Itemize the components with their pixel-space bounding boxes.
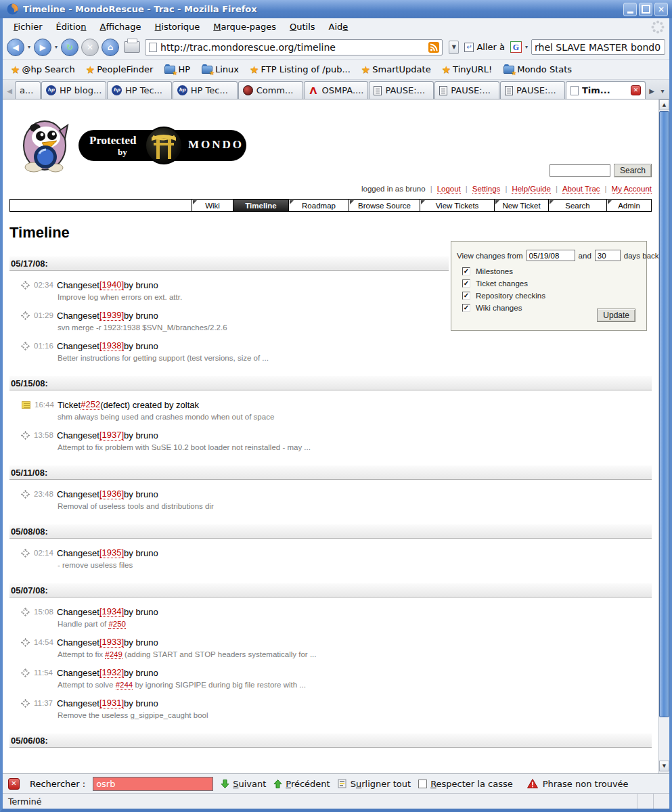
find-next-button[interactable]: Suivant xyxy=(221,779,266,789)
browser-tab[interactable]: PAUSE:... xyxy=(369,81,434,99)
mainnav-tab-view-tickets[interactable]: View Tickets xyxy=(420,200,494,211)
mainnav-tab-browse-source[interactable]: Browse Source xyxy=(349,200,420,211)
print-button[interactable] xyxy=(124,41,140,53)
match-case-checkbox[interactable]: Respecter la casse xyxy=(418,779,513,789)
checkbox-icon[interactable]: ✓ xyxy=(462,267,470,275)
scroll-down-button[interactable]: ▼ xyxy=(659,761,669,771)
metanav-link-my-account[interactable]: My Account xyxy=(612,185,652,194)
browser-tab[interactable]: PAUSE:... xyxy=(434,81,499,99)
bookmark-peoplefinder[interactable]: ★PeopleFinder xyxy=(86,64,154,76)
filter-from-input[interactable] xyxy=(527,250,575,261)
filter-days-input[interactable] xyxy=(595,250,621,261)
changeset-link[interactable]: [1934] xyxy=(99,606,124,617)
checkbox-icon[interactable]: ✓ xyxy=(462,292,470,300)
back-button[interactable]: ◀ xyxy=(7,39,24,56)
forward-history-dropdown[interactable]: ▾ xyxy=(54,44,58,50)
changeset-link[interactable]: [1938] xyxy=(99,340,124,351)
bookmark-linux[interactable]: Linux xyxy=(201,64,239,74)
changeset-link[interactable]: [1940] xyxy=(99,279,124,290)
stop-button[interactable]: ✕ xyxy=(81,39,99,56)
tab-close-button[interactable]: ✕ xyxy=(631,85,641,95)
reload-button[interactable]: ↻ xyxy=(61,39,79,56)
menu-marque-pages[interactable]: Marque-pages xyxy=(206,20,283,34)
menu-fichier[interactable]: Fichier xyxy=(7,20,49,34)
menu-outils[interactable]: Outils xyxy=(283,20,322,34)
bookmark-mondo-stats[interactable]: Mondo Stats xyxy=(503,64,572,74)
web-search-input[interactable] xyxy=(531,39,665,55)
protected-by-mondo-banner[interactable]: Protected by MONDO xyxy=(79,130,246,161)
menu-historique[interactable]: Historique xyxy=(148,20,207,34)
browser-tab[interactable]: a... xyxy=(15,81,41,99)
ticket-link[interactable]: #252 xyxy=(81,399,100,410)
close-button[interactable]: ✕ xyxy=(654,3,668,16)
all-tabs-dropdown[interactable]: ▾ xyxy=(657,83,668,99)
browser-tab[interactable]: hpHP blog... xyxy=(41,81,106,99)
changeset-link[interactable]: [1936] xyxy=(99,489,124,499)
find-input[interactable] xyxy=(93,777,213,791)
go-button[interactable]: ↵ Aller à xyxy=(462,42,508,52)
maximize-button[interactable] xyxy=(639,3,652,16)
mainnav-tab-search[interactable]: Search xyxy=(548,200,606,211)
mainnav-tab-new-ticket[interactable]: New Ticket xyxy=(494,200,548,211)
changeset-link[interactable]: [1933] xyxy=(99,637,124,648)
browser-tab[interactable]: Comm... xyxy=(238,81,303,99)
filter-checkbox-milestones[interactable]: ✓Milestones xyxy=(462,267,646,276)
ticket-link[interactable]: #249 xyxy=(105,650,122,659)
trac-search-button[interactable]: Search xyxy=(614,164,652,177)
mainnav-tab-admin[interactable]: Admin xyxy=(606,200,651,211)
mainnav-tab-wiki[interactable]: Wiki xyxy=(192,200,233,211)
browser-tab[interactable]: hpHP Tec... xyxy=(107,81,172,99)
metanav-link-help-guide[interactable]: Help/Guide xyxy=(512,185,551,194)
browser-tab[interactable]: ΛOSMPA.... xyxy=(304,81,369,99)
checkbox-icon[interactable]: ✓ xyxy=(462,279,470,288)
search-engine-dropdown[interactable]: ▾ xyxy=(524,44,529,50)
checkbox-icon[interactable] xyxy=(418,780,427,788)
changeset-link[interactable]: [1937] xyxy=(99,430,124,441)
highlight-all-button[interactable]: Surligner tout xyxy=(338,779,411,789)
bookmark-hp[interactable]: HP xyxy=(164,64,190,74)
browser-tab[interactable]: Tim...✕ xyxy=(566,81,646,99)
mainnav-tab-roadmap[interactable]: Roadmap xyxy=(288,200,349,211)
back-history-dropdown[interactable]: ▾ xyxy=(27,44,31,50)
scroll-up-button[interactable]: ▲ xyxy=(659,99,669,110)
changeset-link[interactable]: [1939] xyxy=(99,310,124,321)
rss-feed-icon[interactable] xyxy=(428,41,440,53)
forward-button[interactable]: ▶ xyxy=(34,39,51,56)
checkbox-icon[interactable]: ✓ xyxy=(462,304,470,312)
metanav-link-settings[interactable]: Settings xyxy=(472,185,501,194)
resize-grip[interactable] xyxy=(653,794,669,809)
changeset-link[interactable]: [1932] xyxy=(99,667,124,678)
metanav-link-logout[interactable]: Logout xyxy=(437,185,461,194)
find-prev-button[interactable]: Précédent xyxy=(273,779,330,789)
changeset-link[interactable]: [1931] xyxy=(99,698,124,708)
url-dropdown[interactable]: ▼ xyxy=(449,41,459,54)
filter-update-button[interactable]: Update xyxy=(597,309,635,322)
vertical-scrollbar[interactable]: ▲ ▼ xyxy=(658,99,669,773)
bookmark-smartupdate[interactable]: ★SmartUpdate xyxy=(361,64,431,76)
tab-scroll-right-button[interactable]: ▶ xyxy=(646,83,657,99)
bookmark-tinyurl[interactable]: ★TinyURL! xyxy=(442,64,493,76)
mondo-penguin-logo[interactable] xyxy=(20,118,70,175)
menu-aide[interactable]: Aide xyxy=(322,20,355,34)
bookmark-ftp-listing-of-pub[interactable]: ★FTP Listing of /pub... xyxy=(250,64,351,76)
ticket-link[interactable]: #250 xyxy=(108,620,126,629)
filter-checkbox-ticket-changes[interactable]: ✓Ticket changes xyxy=(462,279,646,288)
google-engine-icon[interactable]: G xyxy=(510,41,522,53)
filter-checkbox-repository-checkins[interactable]: ✓Repository checkins xyxy=(462,291,646,300)
url-input[interactable] xyxy=(160,42,428,53)
metanav-link-about-trac[interactable]: About Trac xyxy=(562,185,600,194)
ticket-link[interactable]: #244 xyxy=(116,681,133,690)
mainnav-tab-timeline[interactable]: Timeline xyxy=(233,200,288,211)
find-close-button[interactable]: ✕ xyxy=(8,778,20,790)
changeset-link[interactable]: [1935] xyxy=(99,547,124,558)
browser-tab[interactable]: PAUSE:... xyxy=(500,81,565,99)
tab-scroll-left-button[interactable]: ◀ xyxy=(4,83,15,99)
bookmark-hp-search[interactable]: ★@hp Search xyxy=(11,64,75,76)
menu-dition[interactable]: Édition xyxy=(49,20,93,34)
home-button[interactable]: ⌂ xyxy=(102,39,119,56)
minimize-button[interactable] xyxy=(623,3,637,16)
trac-search-input[interactable] xyxy=(550,164,610,177)
scrollbar-thumb[interactable] xyxy=(659,111,669,717)
menu-affichage[interactable]: Affichage xyxy=(93,20,148,34)
browser-tab[interactable]: hpHP Tec... xyxy=(173,81,238,99)
